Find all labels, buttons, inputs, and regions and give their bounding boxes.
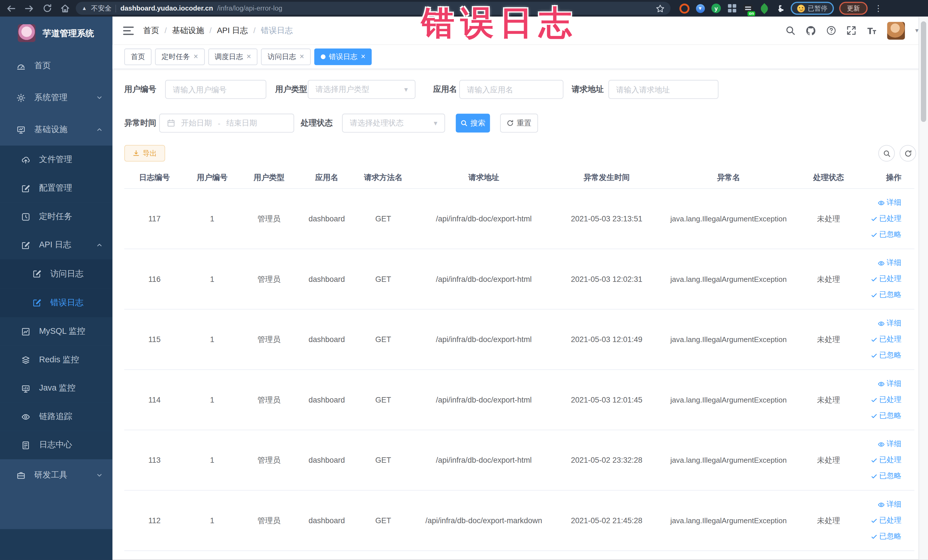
tab-close-icon[interactable]: × — [299, 53, 304, 61]
ext-grid-icon[interactable] — [727, 3, 737, 14]
font-size-icon[interactable] — [867, 25, 877, 36]
tag-access-log[interactable]: 访问日志 × — [261, 49, 310, 65]
reload-icon[interactable] — [43, 3, 52, 13]
search-button[interactable]: 搜索 — [456, 113, 490, 132]
breadcrumb-item[interactable]: 基础设施 — [172, 25, 204, 36]
action-ignored[interactable]: 已忽略 — [857, 287, 902, 303]
paused-extension-pill[interactable]: 已暂停 — [791, 2, 834, 15]
scrollbar-thumb[interactable] — [921, 21, 926, 122]
caret-down-icon[interactable]: ▾ — [915, 26, 918, 34]
action-ignored[interactable]: 已忽略 — [857, 468, 902, 484]
chevron-up-icon — [96, 126, 103, 133]
sidebar-item-access-log[interactable]: 访问日志 — [0, 259, 112, 288]
hamburger-icon[interactable] — [123, 26, 134, 35]
action-detail[interactable]: 详细 — [857, 195, 902, 211]
breadcrumb-item[interactable]: API 日志 — [217, 25, 248, 36]
toggle-search-button[interactable] — [878, 145, 895, 162]
sidebar-item-infra[interactable]: 基础设施 — [0, 113, 112, 145]
export-button[interactable]: 导出 — [124, 145, 165, 162]
action-processed[interactable]: 已处理 — [857, 392, 902, 407]
action-detail[interactable]: 详细 — [857, 255, 902, 271]
sidebar-item-mysql-monitor[interactable]: MySQL 监控 — [0, 317, 112, 346]
forward-icon[interactable] — [24, 3, 34, 13]
security-warning-label[interactable]: 不安全 — [91, 4, 111, 12]
sidebar-item-error-log[interactable]: 错误日志 — [0, 288, 112, 317]
edit-square-icon — [21, 184, 30, 192]
check-icon — [870, 473, 878, 480]
process-status-select[interactable]: 请选择处理状态 ▾ — [342, 113, 445, 132]
date-separator: - — [218, 119, 220, 128]
sidebar-item-config-manage[interactable]: 配置管理 — [0, 174, 112, 203]
tag-dispatch-log[interactable]: 调度日志 × — [208, 49, 257, 65]
sidebar-item-log-center[interactable]: 日志中心 — [0, 431, 112, 459]
sidebar-item-api-log[interactable]: API 日志 — [0, 231, 112, 259]
user-type-select[interactable]: 请选择用户类型 ▾ — [308, 80, 416, 99]
gear-icon — [17, 93, 25, 102]
action-ignored[interactable]: 已忽略 — [857, 348, 902, 363]
tag-home[interactable]: 首页 — [124, 49, 151, 65]
tab-close-icon[interactable]: × — [246, 53, 251, 61]
check-icon — [870, 352, 878, 359]
ext-orange-ring-icon[interactable] — [679, 3, 690, 14]
eye-icon — [878, 320, 885, 327]
browser-menu-icon[interactable]: ⋮ — [874, 4, 882, 12]
table-row: 117 1 管理员 dashboard GET /api/infra/db-do… — [124, 189, 914, 249]
sidebar-item-home[interactable]: 首页 — [0, 50, 112, 82]
table-row: 115 1 管理员 dashboard GET /api/infra/db-do… — [124, 309, 914, 370]
action-ignored[interactable]: 已忽略 — [857, 407, 902, 424]
action-detail[interactable]: 详细 — [857, 316, 902, 331]
table-row: 114 1 管理员 dashboard GET /api/infra/db-do… — [124, 370, 914, 430]
sidebar-item-scheduled-jobs[interactable]: 定时任务 — [0, 203, 112, 231]
app-logo[interactable]: 芋道管理系统 — [0, 17, 112, 50]
sidebar-item-file-manage[interactable]: 文件管理 — [0, 145, 112, 174]
action-processed[interactable]: 已处理 — [857, 452, 902, 468]
active-dot-icon — [321, 55, 325, 60]
user-no-input[interactable] — [165, 80, 266, 99]
col-exception-time: 异常发生时间 — [556, 167, 657, 189]
tag-error-log[interactable]: 错误日志 × — [314, 49, 372, 65]
action-detail[interactable]: 详细 — [857, 376, 902, 392]
request-url-input[interactable] — [609, 80, 719, 99]
extensions-puzzle-icon[interactable] — [775, 3, 785, 14]
ext-green-y-icon[interactable]: y — [711, 3, 722, 14]
scrollbar[interactable] — [919, 17, 928, 560]
home-icon[interactable] — [61, 3, 70, 13]
github-icon[interactable] — [806, 25, 817, 36]
action-ignored[interactable]: 已忽略 — [857, 529, 902, 545]
check-icon — [870, 276, 878, 283]
action-processed[interactable]: 已处理 — [857, 331, 902, 348]
sidebar-item-dev-tools[interactable]: 研发工具 — [0, 459, 112, 491]
breadcrumb-item[interactable]: 首页 — [143, 25, 159, 36]
chrome-update-button[interactable]: 更新 — [839, 2, 868, 15]
paused-label: 已暂停 — [808, 4, 827, 12]
bookmark-star-icon[interactable] — [656, 4, 665, 12]
action-detail[interactable]: 详细 — [857, 497, 902, 513]
address-bar[interactable]: ▲ 不安全 dashboard.yudao.iocoder.cn /infra/… — [76, 2, 671, 15]
user-avatar[interactable] — [887, 22, 905, 40]
action-detail[interactable]: 详细 — [857, 436, 902, 452]
fullscreen-icon[interactable] — [847, 25, 857, 35]
eye-icon — [878, 380, 885, 388]
sidebar-item-java-monitor[interactable]: Java 监控 — [0, 374, 112, 403]
tab-close-icon[interactable]: × — [194, 53, 198, 61]
back-icon[interactable] — [6, 3, 16, 13]
action-processed[interactable]: 已处理 — [857, 271, 902, 287]
tag-scheduled-jobs[interactable]: 定时任务 × — [155, 49, 205, 65]
action-processed[interactable]: 已处理 — [857, 513, 902, 529]
ext-leaf-icon[interactable] — [759, 3, 769, 14]
help-icon[interactable] — [826, 25, 836, 35]
sidebar-item-redis-monitor[interactable]: Redis 监控 — [0, 346, 112, 374]
ext-blue-shield-icon[interactable]: ▼ — [695, 3, 705, 14]
sidebar-item-system[interactable]: 系统管理 — [0, 82, 112, 113]
app-name-input[interactable] — [459, 80, 563, 99]
date-range-picker[interactable]: 开始日期 - 结束日期 — [159, 113, 294, 132]
ext-switch-icon[interactable]: on — [743, 3, 753, 14]
tab-close-icon[interactable]: × — [361, 53, 365, 61]
refresh-icon — [507, 119, 514, 127]
sidebar-item-tracing[interactable]: 链路追踪 — [0, 403, 112, 431]
action-processed[interactable]: 已处理 — [857, 211, 902, 227]
action-ignored[interactable]: 已忽略 — [857, 227, 902, 243]
reset-button[interactable]: 重置 — [500, 113, 538, 132]
refresh-table-button[interactable] — [899, 145, 916, 162]
search-icon[interactable] — [786, 25, 796, 35]
